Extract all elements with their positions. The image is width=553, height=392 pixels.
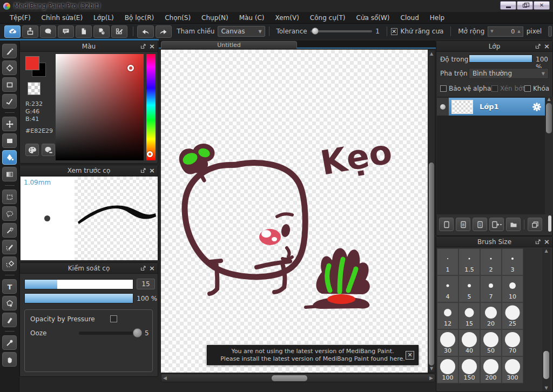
horizontal-scroll-thumb[interactable]	[272, 375, 307, 381]
transparent-color-swatch[interactable]	[28, 82, 41, 95]
color-cursor[interactable]	[127, 65, 134, 71]
scroll-down-icon[interactable]: ▼	[542, 386, 550, 390]
brush-size-40[interactable]: 40	[458, 329, 480, 356]
popout-icon[interactable]	[535, 44, 541, 49]
tool-polyline[interactable]	[2, 94, 17, 109]
ooze-slider-knob[interactable]	[133, 328, 142, 337]
undo-button[interactable]	[137, 25, 154, 38]
add-layer-button[interactable]	[439, 218, 454, 231]
brush-size-value[interactable]: 15	[137, 279, 155, 289]
brush-control-titlebar[interactable]: Kiểm soát cọ ×	[20, 263, 158, 274]
scroll-down-icon[interactable]: ▼	[428, 366, 435, 371]
brush-size-1[interactable]: 1	[437, 248, 458, 275]
brush-size-titlebar[interactable]: Brush Size ×	[436, 236, 552, 247]
popout-icon[interactable]	[140, 266, 146, 271]
tool-hand[interactable]	[2, 352, 17, 367]
menu-item-9[interactable]: Cửa sổ(W)	[351, 12, 395, 24]
alpha-protect-option[interactable]: Bảo vệ alpha	[440, 85, 491, 92]
cloud-save-button[interactable]	[4, 25, 21, 38]
canvas-vertical-scrollbar[interactable]: ▲ ▼	[428, 50, 435, 373]
add-8bit-layer-button[interactable]: 8	[456, 218, 470, 231]
alpha-protect-checkbox[interactable]	[440, 85, 447, 92]
add-1bit-layer-button[interactable]: 1	[473, 218, 487, 231]
color-panel-titlebar[interactable]: Màu ×	[20, 41, 158, 52]
brush-size-scroll-thumb[interactable]	[543, 351, 549, 379]
tool-gradient[interactable]	[2, 167, 17, 181]
menu-item-0[interactable]: Tệp(F)	[4, 12, 36, 24]
menu-item-1[interactable]: Chỉnh sửa(E)	[36, 12, 89, 24]
menu-item-8[interactable]: Công cụ(T)	[305, 12, 351, 24]
close-panel-icon[interactable]: ×	[149, 265, 155, 272]
brush-size-70[interactable]: 70	[502, 329, 523, 356]
clipping-option[interactable]: Xén bớt	[491, 85, 525, 92]
layer-folder-button[interactable]	[506, 218, 521, 231]
tool-brush[interactable]	[2, 44, 17, 58]
brush-size-30[interactable]: 30	[437, 329, 458, 356]
tool-text[interactable]: T	[2, 279, 17, 294]
antialias-checkbox[interactable]: ✕	[391, 28, 397, 35]
chat-button[interactable]	[40, 25, 56, 38]
brush-size-scrollbar[interactable]: ▲ ▼	[542, 248, 550, 391]
scroll-up-icon[interactable]: ▲	[542, 248, 550, 253]
close-panel-icon[interactable]: ×	[544, 43, 550, 50]
scroll-up-icon[interactable]: ▲	[545, 97, 553, 102]
document-tab[interactable]: Untitled	[161, 41, 297, 49]
brush-size-2[interactable]: 2	[480, 248, 502, 275]
layer-settings-gear-icon[interactable]	[532, 102, 542, 112]
notification-close-button[interactable]: ✕	[406, 351, 414, 360]
menu-item-10[interactable]: Cloud	[395, 12, 424, 24]
close-panel-icon[interactable]: ×	[149, 43, 155, 50]
brush-opacity-slider[interactable]	[24, 293, 133, 303]
close-button[interactable]: ✕	[534, 1, 550, 10]
panel-splitter-handle[interactable]	[548, 215, 551, 232]
menu-item-4[interactable]: Chọn(S)	[159, 12, 196, 24]
brush-size-300[interactable]: 300	[502, 356, 523, 383]
brush-size-200[interactable]: 200	[480, 356, 502, 383]
tool-select-pen[interactable]	[2, 240, 17, 254]
brush-size-25[interactable]: 25	[502, 302, 523, 329]
brush-size-15[interactable]: 15	[458, 302, 480, 329]
export-button[interactable]	[22, 25, 38, 38]
menu-item-6[interactable]: Màu (C)	[234, 12, 270, 24]
ooze-slider[interactable]	[79, 332, 141, 335]
palette-edit-button[interactable]	[42, 144, 55, 156]
brush-size-20[interactable]: 20	[480, 302, 502, 329]
layer-row-selected[interactable]: Lớp1	[437, 98, 545, 116]
lock-checkbox[interactable]	[524, 85, 531, 92]
menu-item-3[interactable]: Bộ lọc(R)	[119, 12, 159, 24]
brush-size-150[interactable]: 150	[458, 356, 480, 383]
popout-icon[interactable]	[140, 168, 146, 173]
brush-size-4[interactable]: 4	[437, 275, 458, 302]
brush-size-1.5[interactable]: 1.5	[458, 248, 480, 275]
saturation-value-picker[interactable]	[56, 54, 144, 160]
layer-scroll-thumb[interactable]	[546, 103, 552, 133]
redo-button[interactable]	[156, 25, 172, 38]
layer-visibility-toggle[interactable]	[437, 98, 449, 116]
canvas-horizontal-scrollbar[interactable]: ◀ ▶	[161, 374, 435, 382]
tool-select-eraser[interactable]	[2, 256, 17, 271]
tool-move[interactable]	[2, 117, 17, 131]
tool-fill-rect[interactable]	[2, 133, 17, 148]
spinner-up-icon[interactable]: ▲	[517, 29, 520, 33]
layers-panel-titlebar[interactable]: Lớp ×	[436, 41, 552, 52]
layer-opacity-slider[interactable]	[469, 55, 532, 63]
brush-preview-titlebar[interactable]: Xem trước cọ ×	[20, 165, 158, 176]
tolerance-slider-knob[interactable]	[312, 28, 319, 35]
clipping-checkbox[interactable]	[491, 85, 498, 92]
scroll-up-icon[interactable]: ▲	[428, 51, 435, 56]
foreground-color-swatch[interactable]	[25, 56, 39, 70]
reference-dropdown[interactable]: Canvas ▼	[218, 26, 265, 37]
layer-blend-dropdown[interactable]: Bình thường ▼	[469, 68, 549, 79]
history-button[interactable]	[93, 25, 110, 38]
tool-lasso[interactable]	[2, 206, 17, 221]
document-button[interactable]	[76, 25, 92, 38]
brush-size-7[interactable]: 7	[480, 275, 502, 302]
brush-size-5[interactable]: 5	[458, 275, 480, 302]
menu-item-5[interactable]: Chụp(N)	[196, 12, 234, 24]
lock-option[interactable]: Khóa	[524, 85, 549, 92]
expand-spinner[interactable]: ▼ 0 ▲	[488, 26, 523, 37]
brush-size-slider[interactable]	[24, 279, 133, 289]
comment-button[interactable]	[58, 25, 74, 38]
tool-eraser[interactable]	[2, 60, 17, 75]
hue-cursor[interactable]	[147, 151, 153, 157]
